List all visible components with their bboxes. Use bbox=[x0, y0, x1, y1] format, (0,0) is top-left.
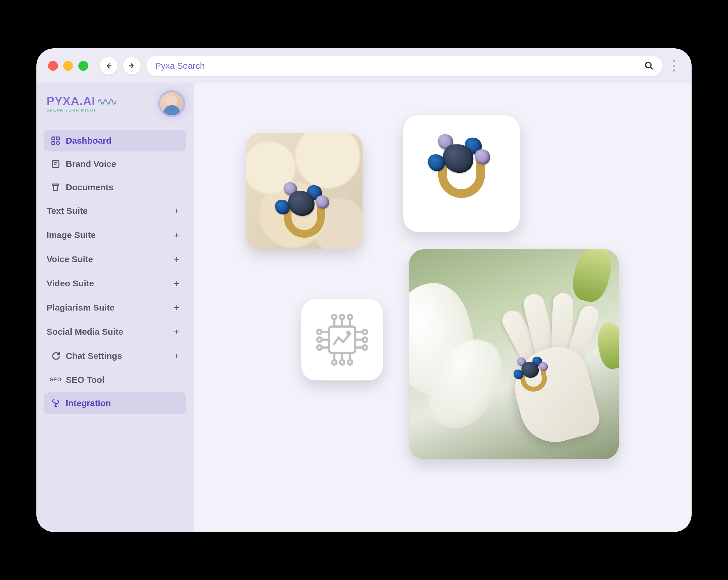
sidebar-item-brand-voice[interactable]: Brand Voice bbox=[44, 153, 186, 175]
arrow-left-icon bbox=[105, 62, 113, 70]
sidebar-item-dashboard[interactable]: Dashboard bbox=[44, 130, 186, 151]
arrow-right-icon bbox=[128, 62, 136, 70]
content-area bbox=[193, 83, 692, 532]
forward-button[interactable] bbox=[123, 57, 141, 75]
sidebar-item-text-suite[interactable]: Text Suite + bbox=[44, 200, 186, 222]
image-card-generated[interactable] bbox=[409, 249, 619, 459]
svg-point-26 bbox=[317, 329, 322, 334]
expand-icon: + bbox=[174, 327, 179, 337]
sidebar: PYXA.AI SPEAK YOUR MIND! Dashboard bbox=[36, 83, 193, 532]
logo-wave-icon bbox=[98, 96, 115, 107]
svg-point-14 bbox=[332, 314, 337, 319]
sidebar-item-label: Plagiarism Suite bbox=[47, 303, 114, 312]
ring-illustration bbox=[425, 134, 498, 201]
integration-icon bbox=[51, 398, 60, 408]
sidebar-nav: Dashboard Brand Voice Documents Text Sui… bbox=[44, 130, 186, 414]
sidebar-item-label: Brand Voice bbox=[66, 159, 116, 169]
hand-illustration bbox=[482, 296, 593, 442]
sidebar-item-video-suite[interactable]: Video Suite + bbox=[44, 272, 186, 295]
svg-rect-6 bbox=[52, 141, 55, 144]
ring-illustration bbox=[272, 182, 336, 241]
maximize-window-icon[interactable] bbox=[78, 61, 88, 71]
browser-toolbar: Pyxa Search bbox=[36, 48, 692, 83]
svg-point-30 bbox=[317, 345, 322, 350]
svg-point-28 bbox=[317, 337, 322, 342]
image-card-original[interactable] bbox=[246, 133, 363, 249]
svg-rect-5 bbox=[56, 137, 59, 140]
svg-point-32 bbox=[363, 329, 367, 334]
svg-point-22 bbox=[340, 360, 344, 364]
sidebar-item-label: Chat Settings bbox=[66, 351, 122, 361]
sidebar-item-social-media-suite[interactable]: Social Media Suite + bbox=[44, 321, 186, 343]
svg-point-18 bbox=[348, 314, 353, 319]
expand-icon: + bbox=[174, 302, 179, 313]
sidebar-item-image-suite[interactable]: Image Suite + bbox=[44, 224, 186, 247]
svg-point-7 bbox=[56, 141, 59, 144]
ai-chip-icon bbox=[316, 313, 368, 366]
browser-window: Pyxa Search PYXA.AI SPEAK YOUR MIND! bbox=[36, 48, 692, 532]
expand-icon: + bbox=[174, 206, 179, 217]
documents-icon bbox=[51, 182, 60, 192]
sidebar-item-chat-settings[interactable]: Chat Settings + bbox=[44, 345, 186, 367]
sidebar-item-seo-tool[interactable]: SEO SEO Tool bbox=[44, 369, 186, 390]
logo-name: PYXA.AI bbox=[47, 95, 95, 108]
sidebar-item-label: Integration bbox=[66, 398, 111, 408]
sidebar-item-label: Video Suite bbox=[47, 278, 94, 288]
svg-point-24 bbox=[348, 360, 353, 364]
sidebar-item-voice-suite[interactable]: Voice Suite + bbox=[44, 248, 186, 271]
chat-icon bbox=[51, 351, 60, 361]
svg-point-2 bbox=[646, 62, 651, 68]
back-button[interactable] bbox=[100, 57, 118, 75]
sidebar-item-documents[interactable]: Documents bbox=[44, 177, 186, 198]
logo[interactable]: PYXA.AI SPEAK YOUR MIND! bbox=[47, 95, 115, 112]
svg-point-36 bbox=[363, 345, 367, 350]
svg-point-12 bbox=[346, 330, 350, 335]
sidebar-item-label: SEO Tool bbox=[66, 375, 105, 385]
expand-icon: + bbox=[174, 254, 179, 265]
search-input[interactable]: Pyxa Search bbox=[147, 56, 662, 76]
svg-point-34 bbox=[363, 337, 367, 342]
logo-tagline: SPEAK YOUR MIND! bbox=[47, 108, 115, 112]
minimize-window-icon[interactable] bbox=[63, 61, 73, 71]
sidebar-header: PYXA.AI SPEAK YOUR MIND! bbox=[44, 92, 186, 116]
sidebar-item-plagiarism-suite[interactable]: Plagiarism Suite + bbox=[44, 297, 186, 319]
svg-rect-4 bbox=[52, 137, 55, 140]
ai-processor-card[interactable] bbox=[302, 299, 383, 380]
expand-icon: + bbox=[174, 278, 179, 289]
brand-voice-icon bbox=[51, 159, 60, 169]
sidebar-item-label: Text Suite bbox=[47, 206, 88, 216]
sidebar-item-integration[interactable]: Integration bbox=[44, 393, 186, 414]
kebab-menu-button[interactable] bbox=[668, 60, 680, 72]
sidebar-item-label: Image Suite bbox=[47, 230, 96, 240]
app-body: PYXA.AI SPEAK YOUR MIND! Dashboard bbox=[36, 83, 692, 532]
avatar[interactable] bbox=[160, 92, 183, 116]
search-icon bbox=[644, 61, 654, 71]
svg-point-16 bbox=[340, 314, 344, 319]
window-controls bbox=[48, 61, 88, 71]
sidebar-item-label: Voice Suite bbox=[47, 254, 93, 264]
sidebar-item-label: Documents bbox=[66, 182, 113, 192]
svg-point-20 bbox=[332, 360, 337, 364]
image-card-cutout[interactable] bbox=[403, 116, 520, 232]
dashboard-icon bbox=[51, 136, 60, 146]
svg-line-3 bbox=[650, 67, 653, 69]
sidebar-item-label: Dashboard bbox=[66, 136, 111, 146]
sidebar-item-label: Social Media Suite bbox=[47, 327, 123, 337]
seo-icon: SEO bbox=[51, 375, 60, 385]
close-window-icon[interactable] bbox=[48, 61, 58, 71]
search-placeholder: Pyxa Search bbox=[155, 61, 644, 71]
expand-icon: + bbox=[174, 351, 179, 361]
expand-icon: + bbox=[174, 230, 179, 241]
